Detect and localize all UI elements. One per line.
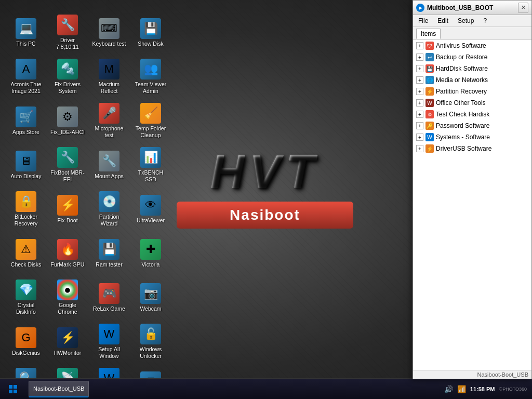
tree-item[interactable]: +💾HardDisk Software — [413, 63, 531, 74]
desktop-icon-keyboard-test[interactable]: ⌨Keyboard test — [88, 10, 130, 55]
setup-all-label: Setup All Window — [91, 346, 127, 359]
tree-item[interactable]: +⚡DriverUSB Software — [413, 143, 531, 154]
desktop-icon-auto-display[interactable]: 🖥Auto Display — [5, 143, 47, 187]
fix-drivers-label: Fix Drivers System — [49, 81, 86, 94]
fix-boot-icon: ⚡ — [57, 195, 78, 216]
desktop-icon-driver[interactable]: 🔧Driver 7,8,10,11 — [47, 10, 88, 55]
start-button[interactable] — [0, 379, 26, 400]
desktop-icon-fix-drivers[interactable]: 🔩Fix Drivers System — [47, 55, 88, 99]
tree-item[interactable]: +↩Backup or Restore — [413, 51, 531, 63]
clock-time: 11:58 PM — [470, 386, 495, 392]
desktop-icon-macrium[interactable]: MMacrium Reflect — [88, 55, 130, 99]
menu-file[interactable]: File — [416, 16, 430, 25]
tree-item[interactable]: +🌐Media or Networks — [413, 74, 531, 86]
desktop-icon-chrome[interactable]: ●Google Chrome — [47, 275, 88, 320]
desktop-icon-relax-game[interactable]: 🎮ReLax Game — [88, 275, 130, 320]
hvt-logo: HVT Nasiboot — [177, 145, 353, 229]
menu-setup[interactable]: Setup — [456, 16, 476, 25]
tree-item[interactable]: +⚙Test Check Hardisk — [413, 109, 531, 120]
temp-cleanup-icon: 🧹 — [140, 103, 161, 124]
tree-item[interactable]: +⚡Partition Recovery — [413, 86, 531, 97]
multiboot-window: ▶ Multiboot_USB_BOOT ✕ FileEditSetup? It… — [413, 0, 532, 379]
microphone-icon: 🎤 — [99, 103, 119, 124]
victoria-icon: ✚ — [140, 239, 161, 260]
desktop-icon-crystal[interactable]: 💎Crystal DiskInfo — [5, 275, 47, 320]
tree-item-icon: 🛡 — [425, 42, 434, 50]
desktop-icon-teamviewer[interactable]: 👥Team Viewer Admin — [130, 55, 171, 99]
mount-apps-icon: 🔧 — [99, 151, 119, 171]
desktop-icon-acronis[interactable]: AAcronis True Image 2021 — [5, 55, 47, 99]
tree-expand-icon[interactable]: + — [416, 134, 423, 141]
taskbar-items: Nasiboot-Boot_USB — [26, 381, 439, 397]
nasiboot-banner: Nasiboot — [177, 202, 353, 229]
taskbar-app-item[interactable]: Nasiboot-Boot_USB — [29, 381, 89, 397]
tree-expand-icon[interactable]: + — [416, 65, 423, 72]
tree-expand-icon[interactable]: + — [416, 145, 423, 152]
webcam-label: Webcam — [140, 305, 161, 312]
desktop-icon-setup-all[interactable]: WSetup All Window — [88, 320, 130, 364]
desktop: HVT Nasiboot 💻This PC🔧Driver 7,8,10,11⌨K… — [0, 0, 532, 399]
window-title-icon: ▶ — [416, 4, 424, 12]
show-disk-icon: 💾 — [140, 18, 161, 39]
taskbar: Nasiboot-Boot_USB 🔊 📶 11:58 PM ©PHOTO360 — [0, 378, 532, 399]
relax-game-icon: 🎮 — [99, 283, 119, 304]
window-close-button[interactable]: ✕ — [518, 3, 528, 13]
tree-expand-icon[interactable]: + — [416, 99, 423, 107]
speaker-icon[interactable]: 🔊 — [444, 385, 453, 393]
auto-display-icon: 🖥 — [16, 151, 36, 171]
menu-edit[interactable]: Edit — [435, 16, 450, 25]
bitlocker-icon: 🔒 — [16, 191, 36, 212]
tree-item[interactable]: +WSystems - Software — [413, 131, 531, 143]
tree-expand-icon[interactable]: + — [416, 88, 423, 95]
window-toolbar: Items — [413, 27, 531, 40]
ultraviewer-icon: 👁 — [140, 195, 161, 216]
tree-expand-icon[interactable]: + — [416, 122, 423, 129]
tree-expand-icon[interactable]: + — [416, 42, 423, 49]
desktop-icon-this-pc[interactable]: 💻This PC — [5, 10, 47, 55]
desktop-icon-check-disks[interactable]: ⚠Check Disks — [5, 231, 47, 275]
tree-item-icon: 💾 — [425, 64, 434, 73]
desktop-icon-show-disk[interactable]: 💾Show Disk — [130, 10, 171, 55]
items-tab[interactable]: Items — [416, 29, 441, 39]
network-icon[interactable]: 📶 — [457, 385, 466, 393]
desktop-icon-webcam[interactable]: 📷Webcam — [130, 275, 171, 320]
desktop-icon-diskgenius[interactable]: GDiskGenius — [5, 320, 47, 364]
desktop-icon-ram-tester[interactable]: 💾Ram tester — [88, 231, 130, 275]
acronis-icon: A — [16, 59, 36, 79]
photo360-label: ©PHOTO360 — [499, 387, 527, 392]
windows-unlocker-label: Windows Unlocker — [132, 346, 169, 359]
partition-wizard-label: Partition Wizard — [91, 214, 127, 227]
diskgenius-label: DiskGenius — [12, 350, 40, 356]
tree-item-label: Media or Networks — [436, 76, 488, 84]
desktop-icon-temp-cleanup[interactable]: 🧹Temp Folder Cleanup — [130, 99, 171, 143]
desktop-icon-ultraviewer[interactable]: 👁UltraViewer — [130, 187, 171, 231]
tree-item[interactable]: +WOffice Other Tools — [413, 97, 531, 109]
tree-item[interactable]: +🔑Password Software — [413, 120, 531, 131]
windows-logo-icon — [9, 385, 17, 393]
desktop-icon-victoria[interactable]: ✚Victoria — [130, 231, 171, 275]
tree-expand-icon[interactable]: + — [416, 54, 423, 61]
desktop-icon-hwmonitor[interactable]: ⚡HWMonitor — [47, 320, 88, 364]
tree-expand-icon[interactable]: + — [416, 76, 423, 84]
txbench-icon: 📊 — [140, 147, 161, 168]
tree-item[interactable]: +🛡Antivirus Software — [413, 40, 531, 51]
desktop-icon-txbench[interactable]: 📊TxBENCH SSD — [130, 143, 171, 187]
desktop-icon-mount-apps[interactable]: 🔧Mount Apps — [88, 143, 130, 187]
windows-unlocker-icon: 🔓 — [140, 324, 161, 344]
webcam-icon: 📷 — [140, 283, 161, 304]
menu-?[interactable]: ? — [481, 16, 489, 25]
desktop-icon-apps-store[interactable]: 🛒Apps Store — [5, 99, 47, 143]
desktop-icon-partition-wizard[interactable]: 💿Partition Wizard — [88, 187, 130, 231]
apps-store-icon: 🛒 — [16, 107, 36, 127]
furmark-label: FurMark GPU — [51, 261, 85, 268]
desktop-icon-fix-boot[interactable]: ⚡Fix-Boot — [47, 187, 88, 231]
desktop-icon-fixboot[interactable]: 🔧FixBoot MBR-EFI — [47, 143, 88, 187]
desktop-icon-fix-ide[interactable]: ⚙Fix_IDE-AHCI — [47, 99, 88, 143]
desktop-icon-windows-unlocker[interactable]: 🔓Windows Unlocker — [130, 320, 171, 364]
desktop-icon-microphone[interactable]: 🎤Microphone test — [88, 99, 130, 143]
desktop-icon-bitlocker[interactable]: 🔒BitLocker Recovery — [5, 187, 47, 231]
desktop-icon-furmark[interactable]: 🔥FurMark GPU — [47, 231, 88, 275]
tree-item-label: DriverUSB Software — [436, 145, 491, 152]
tree-expand-icon[interactable]: + — [416, 111, 423, 118]
macrium-icon: M — [99, 59, 119, 79]
